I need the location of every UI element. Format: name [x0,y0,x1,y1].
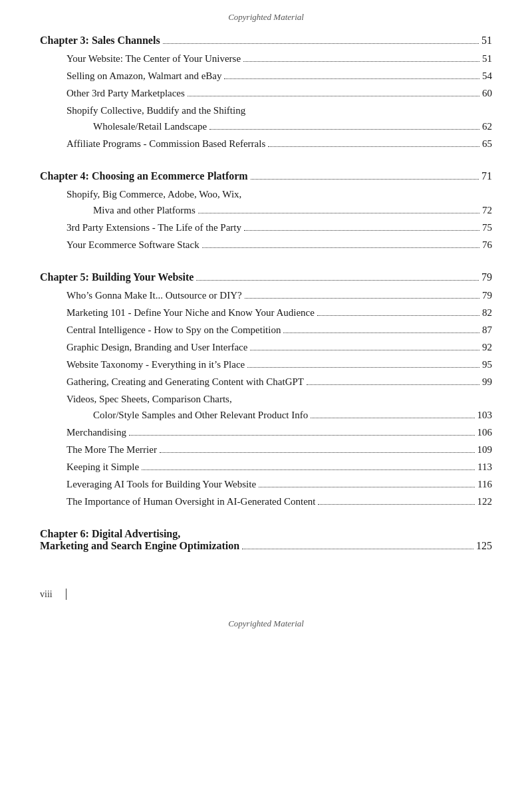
sub-entry-line1: Shopify, Big Commerce, Adobe, Woo, Wix, [66,186,492,202]
sub-entry-multiline: Shopify Collective, Buddify and the Shif… [40,102,492,134]
sub-entry-text: Graphic Design, Branding and User Interf… [66,339,247,355]
sub-entry-page: 103 [477,407,493,423]
sub-entry-text: Your Ecommerce Software Stack [66,237,200,253]
sub-entry-text: Shopify, Big Commerce, Adobe, Woo, Wix, [66,189,241,200]
page-number: viii [40,589,53,600]
sub-entry-page: 95 [482,356,492,372]
dot-leader [198,213,479,213]
sub-entry-page: 87 [482,322,492,338]
sub-entry-page: 65 [482,136,492,152]
sub-entry-continuation-text: Miva and other Platforms [93,202,196,218]
sub-entry-page: 60 [482,85,492,101]
sub-entry-page: 72 [482,202,492,218]
dot-leader [268,146,479,147]
dot-leader [317,315,479,316]
sub-entry: Graphic Design, Branding and User Interf… [40,339,492,355]
sub-entry-text: Central Intelligence - How to Spy on the… [66,322,281,338]
dot-leader [250,350,479,350]
sub-entry: Leveraging AI Tools for Building Your We… [40,476,492,492]
sub-entry: The Importance of Human Oversight in AI-… [40,493,492,509]
sub-entry-text: The More The Merrier [66,442,157,458]
dot-leader [202,247,479,248]
chapter4-entry: Chapter 4: Choosing an Ecommerce Platfor… [40,170,492,253]
sub-entry-text: Website Taxonomy - Everything in it’s Pl… [66,356,245,372]
sub-entry-text: Merchandising [66,424,126,440]
dot-leader [311,418,474,418]
chapter4-title-text: Chapter 4: Choosing an Ecommerce Platfor… [40,170,248,182]
sub-entry: Keeping it Simple 113 [40,459,492,475]
sub-entry-text: Videos, Spec Sheets, Comparison Charts, [66,394,232,404]
sub-entry: Who’s Gonna Make It... Outsource or DIY?… [40,287,492,303]
dot-leader [142,469,475,470]
sub-entry-page: 116 [477,476,492,492]
dot-leader [247,367,479,368]
chapter6-title-line1: Chapter 6: Digital Advertising, [40,528,492,540]
dot-leader [129,435,475,436]
sub-entry: Other 3rd Party Marketplaces 60 [40,85,492,101]
sub-entry-text: 3rd Party Extensions - The Life of the P… [66,219,241,235]
sub-entry-page: 109 [477,442,493,458]
sub-entry: 3rd Party Extensions - The Life of the P… [40,219,492,235]
sub-entry: Gathering, Creating and Generating Conte… [40,374,492,390]
sub-entry-multiline: Shopify, Big Commerce, Adobe, Woo, Wix, … [40,186,492,218]
chapter6-title: Chapter 6: Digital Advertising, Marketin… [40,528,492,552]
sub-entry-text: Affiliate Programs - Commission Based Re… [66,136,265,152]
sub-entry: Your Ecommerce Software Stack 76 [40,237,492,253]
sub-entry-page: 82 [482,305,492,321]
chapter3-title-text: Chapter 3: Sales Channels [40,35,160,47]
sub-entry-continuation-text: Wholesale/Retail Landscape [93,118,207,134]
sub-entry-text: Marketing 101 - Define Your Niche and Kn… [66,305,315,321]
sub-entry: Marketing 101 - Define Your Niche and Kn… [40,305,492,321]
chapter5-entry: Chapter 5: Building Your Website 79 Who’… [40,271,492,509]
sub-entry-line1: Videos, Spec Sheets, Comparison Charts, [66,391,492,407]
dot-leader [244,230,479,231]
page-divider: │ [63,589,70,600]
chapter5-page: 79 [481,271,492,283]
sub-entry: The More The Merrier 109 [40,442,492,458]
sub-entry-text: Who’s Gonna Make It... Outsource or DIY? [66,287,242,303]
sub-entry-page: 99 [482,374,492,390]
sub-entry-page: 51 [482,51,492,66]
sub-entry-line2: Miva and other Platforms 72 [66,202,492,218]
sub-entry-page: 76 [482,237,492,253]
dot-leader [318,504,474,505]
sub-entry-multiline: Videos, Spec Sheets, Comparison Charts, … [40,391,492,423]
dot-leader [243,61,479,62]
chapter5-title: Chapter 5: Building Your Website 79 [40,271,492,283]
page-number-bar: viii │ [0,584,532,613]
sub-entry-text: Shopify Collective, Buddify and the Shif… [66,105,245,116]
chapter3-page: 51 [481,35,492,47]
chapter3-title: Chapter 3: Sales Channels 51 [40,35,492,47]
sub-entry-text: Selling on Amazon, Walmart and eBay [66,68,221,84]
dot-leader [224,78,479,79]
sub-entry-continuation-text: Color/Style Samples and Other Relevant P… [93,407,308,423]
dot-leader [160,452,475,453]
sub-entry-page: 62 [482,118,492,134]
chapter6-title-row2: Marketing and Search Engine Optimization… [40,540,492,552]
sub-entry-text: Leveraging AI Tools for Building Your We… [66,476,256,492]
dot-leader [245,298,479,299]
sub-entry-text: The Importance of Human Oversight in AI-… [66,493,315,509]
sub-entry-page: 92 [482,339,492,355]
sub-entry-page: 75 [482,219,492,235]
dot-leader [209,129,479,130]
dot-leader [283,332,479,333]
chapter3-entry: Chapter 3: Sales Channels 51 Your Websit… [40,35,492,152]
sub-entry-text: Your Website: The Center of Your Univers… [66,51,241,66]
chapter4-title: Chapter 4: Choosing an Ecommerce Platfor… [40,170,492,182]
sub-entry-page: 54 [482,68,492,84]
dot-leader [259,487,475,487]
chapter3-dot-leader [163,43,479,44]
dot-leader [307,384,479,385]
chapter5-title-text: Chapter 5: Building Your Website [40,271,194,283]
sub-entry-page: 106 [477,424,493,440]
sub-entry: Central Intelligence - How to Spy on the… [40,322,492,338]
sub-entry-line2: Color/Style Samples and Other Relevant P… [66,407,492,423]
sub-entry: Your Website: The Center of Your Univers… [40,51,492,66]
chapter6-dot-leader [242,549,473,549]
dot-leader [188,96,479,96]
sub-entry-line2: Wholesale/Retail Landscape 62 [66,118,492,134]
sub-entry-page: 79 [482,287,492,303]
chapter5-dot-leader [196,280,479,281]
sub-entry-page: 122 [477,493,493,509]
